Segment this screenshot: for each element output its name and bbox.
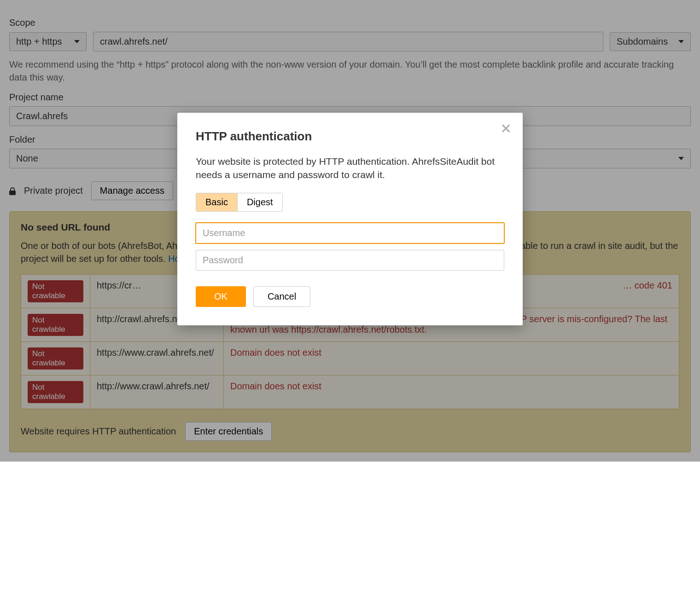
auth-type-tabs: Basic Digest	[196, 193, 283, 212]
cancel-button[interactable]: Cancel	[253, 286, 310, 307]
http-auth-modal: ✕ HTTP authentication Your website is pr…	[177, 113, 523, 325]
password-input[interactable]	[196, 250, 504, 271]
tab-digest[interactable]: Digest	[237, 193, 282, 211]
modal-title: HTTP authentication	[196, 129, 504, 144]
username-input[interactable]	[196, 223, 504, 243]
ok-button[interactable]: OK	[196, 286, 246, 307]
modal-description: Your website is protected by HTTP authen…	[196, 155, 504, 182]
tab-basic[interactable]: Basic	[196, 193, 237, 211]
close-icon[interactable]: ✕	[500, 122, 512, 136]
